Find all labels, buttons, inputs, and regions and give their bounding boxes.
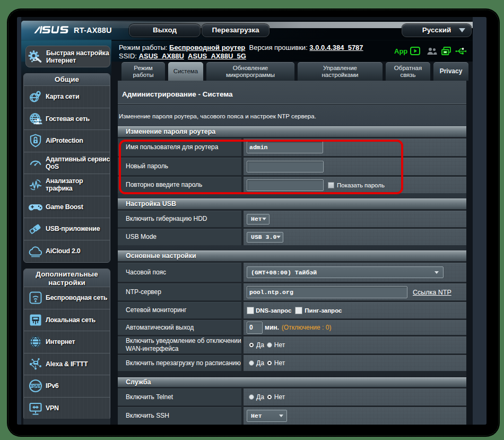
svg-text:IPV6: IPV6	[31, 384, 40, 389]
